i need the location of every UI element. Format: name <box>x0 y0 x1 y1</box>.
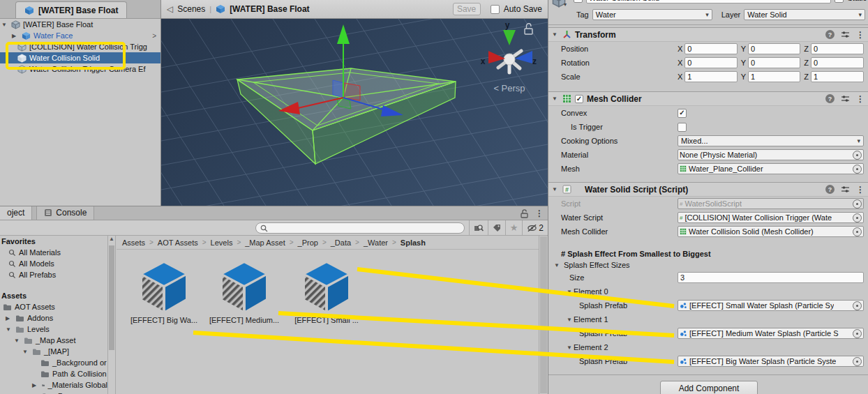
lock-icon[interactable] <box>521 209 528 218</box>
mesh-collider-object-field[interactable]: Water Collision Solid (Mesh Collider) <box>678 226 864 237</box>
breadcrumb-item[interactable]: _Water <box>364 238 388 247</box>
foldout-open-icon[interactable]: ▼ <box>552 186 559 192</box>
asset-small-water-splash[interactable]: [EFFECT] Small ... <box>290 261 363 324</box>
water-solid-script-header[interactable]: ▼ # Water Solid Script (Script) ? ⋮ <box>548 182 868 197</box>
scale-y-field[interactable]: 1 <box>748 71 800 82</box>
hierarchy-row-water-face[interactable]: ▶ Water Face > <box>0 30 160 41</box>
element-2-foldout[interactable]: ▼ Element 2 <box>548 340 868 354</box>
prefab-open-chevron[interactable]: > <box>152 32 156 40</box>
gizmo-x-cone[interactable] <box>488 51 505 63</box>
gameobject-icon-caret[interactable]: ▾ <box>564 1 567 8</box>
presets-icon[interactable] <box>841 185 850 193</box>
kebab-menu-icon[interactable]: ⋮ <box>856 94 865 104</box>
breadcrumb-item-current[interactable]: Splash <box>401 238 426 247</box>
object-picker-icon[interactable] <box>853 301 862 310</box>
help-icon[interactable]: ? <box>825 185 835 194</box>
favorite-all-prefabs[interactable]: All Prefabs <box>0 269 107 280</box>
name-field[interactable]: Water Collision Solid <box>586 0 831 3</box>
tree-item-aot-assets[interactable]: AOT Assets <box>0 301 107 312</box>
asset-grid-scrollbar[interactable] <box>539 236 548 394</box>
tree-item-map-asset[interactable]: ▼ _Map Asset <box>0 335 107 346</box>
tab-project[interactable]: oject <box>0 206 32 220</box>
unlock-icon[interactable] <box>525 24 532 34</box>
favorite-all-materials[interactable]: All Materials <box>0 247 107 258</box>
mesh-collider-header[interactable]: ▼ ✓ Mesh Collider ? ⋮ <box>548 91 868 106</box>
convex-checkbox[interactable]: ✓ <box>678 109 687 118</box>
element-1-foldout[interactable]: ▼ Element 1 <box>548 312 868 326</box>
scenes-breadcrumb[interactable]: Scenes <box>177 4 205 14</box>
save-button[interactable]: Save <box>453 3 481 15</box>
foldout-closed-icon[interactable]: ▶ <box>12 33 19 39</box>
kebab-menu-icon[interactable]: ⋮ <box>856 30 865 40</box>
tree-item-addons[interactable]: ▶ Addons <box>0 312 107 324</box>
object-picker-icon[interactable] <box>853 329 862 338</box>
foldout-closed-icon[interactable]: ▶ <box>32 382 39 388</box>
tree-item-materials-global[interactable]: ▶ _Materials Global <box>0 379 107 391</box>
mesh-object-field[interactable]: Water_Plane_Collider <box>678 163 864 174</box>
orientation-gizmo[interactable]: y x z < Persp <box>481 20 537 93</box>
rotation-x-field[interactable]: 0 <box>684 57 737 68</box>
static-checkbox[interactable] <box>835 0 844 3</box>
tree-item-levels[interactable]: ▼ Levels <box>0 324 107 335</box>
object-picker-icon[interactable] <box>853 357 862 366</box>
tree-scrollbar[interactable]: ▲ <box>107 236 116 394</box>
scene-viewport[interactable]: y x z < Persp <box>161 19 548 206</box>
object-picker-icon[interactable] <box>853 213 862 222</box>
water-script-object-field[interactable]: # [COLLISION] Water Collision Trigger (W… <box>678 212 864 223</box>
object-picker-icon[interactable] <box>853 165 862 174</box>
scrollbar-thumb[interactable] <box>109 245 114 350</box>
element-0-foldout[interactable]: ▼ Element 0 <box>548 285 868 298</box>
is-trigger-checkbox[interactable] <box>678 123 687 132</box>
scale-z-field[interactable]: 1 <box>811 71 864 82</box>
tag-dropdown[interactable]: Water▾ <box>592 9 712 20</box>
splash-prefab-0-field[interactable]: [EFFECT] Small Water Splash (Particle Sy <box>678 300 864 311</box>
persp-label[interactable]: < Persp <box>493 83 525 93</box>
size-field[interactable]: 3 <box>678 272 864 283</box>
scale-x-field[interactable]: 1 <box>684 71 737 82</box>
search-input[interactable] <box>255 222 465 234</box>
kebab-menu-icon[interactable]: ⋮ <box>535 209 544 218</box>
splash-prefab-1-field[interactable]: [EFFECT] Medium Water Splash (Particle S <box>678 328 864 339</box>
position-x-field[interactable]: 0 <box>684 43 737 54</box>
hierarchy-tab[interactable]: [WATER] Base Float <box>15 1 127 18</box>
breadcrumb-item[interactable]: _Prop <box>298 238 318 247</box>
breadcrumb-item[interactable]: Assets <box>122 238 145 247</box>
object-picker-icon[interactable] <box>853 227 862 236</box>
help-icon[interactable]: ? <box>825 30 835 39</box>
splash-effect-sizes-foldout[interactable]: ▼ Splash Effect Sizes <box>548 259 868 271</box>
favorites-button[interactable]: ★ <box>505 220 523 235</box>
position-z-field[interactable]: 0 <box>811 43 864 54</box>
rotation-y-field[interactable]: 0 <box>748 57 800 68</box>
hierarchy-row-root[interactable]: ▼ [WATER] Base Float <box>0 19 160 30</box>
breadcrumb-item[interactable]: _Map Asset <box>245 238 285 247</box>
hierarchy-row-collision-trigger[interactable]: [COLLISION] Water Collision Trigg <box>0 41 160 52</box>
foldout-open-icon[interactable]: ▼ <box>552 31 559 38</box>
asset-medium-water-splash[interactable]: [EFFECT] Medium... <box>208 261 280 324</box>
asset-big-water-splash[interactable]: [EFFECT] Big Wa... <box>128 261 200 324</box>
object-picker-icon[interactable] <box>853 151 862 160</box>
tree-item-path-collision[interactable]: Path & Collision <box>0 368 107 379</box>
scroll-up-arrow[interactable]: ▲ <box>109 236 114 242</box>
presets-icon[interactable] <box>841 31 850 38</box>
foldout-open-icon[interactable]: ▼ <box>22 349 29 355</box>
foldout-open-icon[interactable]: ▼ <box>1 22 8 28</box>
layer-dropdown[interactable]: Water Solid▾ <box>744 9 865 20</box>
foldout-closed-icon[interactable]: ▶ <box>6 315 13 321</box>
breadcrumb-item[interactable]: _Data <box>331 238 351 247</box>
back-arrow-icon[interactable]: ◁ <box>167 4 173 14</box>
hierarchy-row-water-collision-solid[interactable]: Water Collision Solid <box>0 52 160 63</box>
search-by-label-button[interactable] <box>488 220 505 235</box>
tab-console[interactable]: Console <box>36 206 94 220</box>
material-object-field[interactable]: None (Physic Material) <box>678 149 864 160</box>
kebab-menu-icon[interactable]: ⋮ <box>856 185 865 195</box>
presets-icon[interactable] <box>841 95 850 103</box>
component-enabled-checkbox[interactable]: ✓ <box>575 95 583 103</box>
position-y-field[interactable]: 0 <box>748 43 800 54</box>
favorite-all-models[interactable]: All Models <box>0 258 107 269</box>
foldout-open-icon[interactable]: ▼ <box>14 338 21 344</box>
rotation-z-field[interactable]: 0 <box>811 57 864 68</box>
auto-save-checkbox[interactable] <box>491 5 500 14</box>
gizmo-y-cone[interactable] <box>503 30 516 45</box>
breadcrumb-item[interactable]: Levels <box>211 238 233 247</box>
splash-prefab-2-field[interactable]: [EFFECT] Big Water Splash (Particle Syst… <box>678 356 864 367</box>
